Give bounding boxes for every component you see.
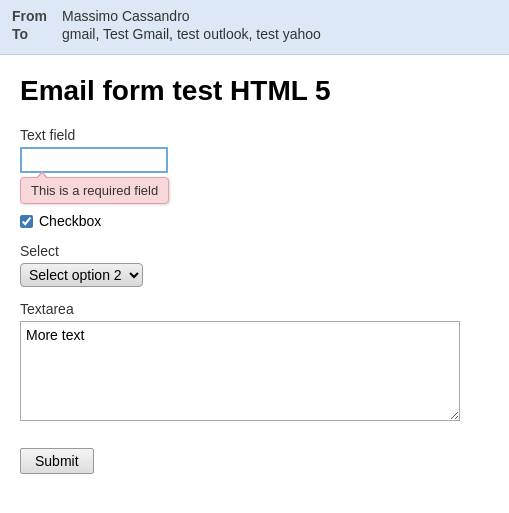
textarea-label: Textarea [20, 301, 489, 317]
text-field-label: Text field [20, 127, 489, 143]
checkbox-label: Checkbox [39, 213, 101, 229]
select-input[interactable]: Select option Select option 2 Select opt… [20, 263, 143, 287]
text-field-wrapper: This is a required field [20, 147, 168, 173]
main-content: Email form test HTML 5 Text field This i… [0, 55, 509, 494]
text-field-input[interactable] [20, 147, 168, 173]
email-header: From Massimo Cassandro To gmail, Test Gm… [0, 0, 509, 55]
checkbox-input[interactable] [20, 215, 33, 228]
textarea-group: Textarea More text [20, 301, 489, 424]
textarea-input[interactable]: More text [20, 321, 460, 421]
from-label: From [12, 8, 62, 24]
required-field-tooltip: This is a required field [20, 177, 169, 204]
page-title: Email form test HTML 5 [20, 75, 489, 107]
checkbox-group: Checkbox [20, 213, 489, 229]
from-value: Massimo Cassandro [62, 8, 190, 24]
to-label: To [12, 26, 62, 42]
text-field-group: Text field This is a required field [20, 127, 489, 173]
to-value: gmail, Test Gmail, test outlook, test ya… [62, 26, 321, 42]
select-wrapper: Select option Select option 2 Select opt… [20, 263, 489, 287]
submit-button[interactable]: Submit [20, 448, 94, 474]
select-label: Select [20, 243, 489, 259]
select-group: Select Select option Select option 2 Sel… [20, 243, 489, 287]
